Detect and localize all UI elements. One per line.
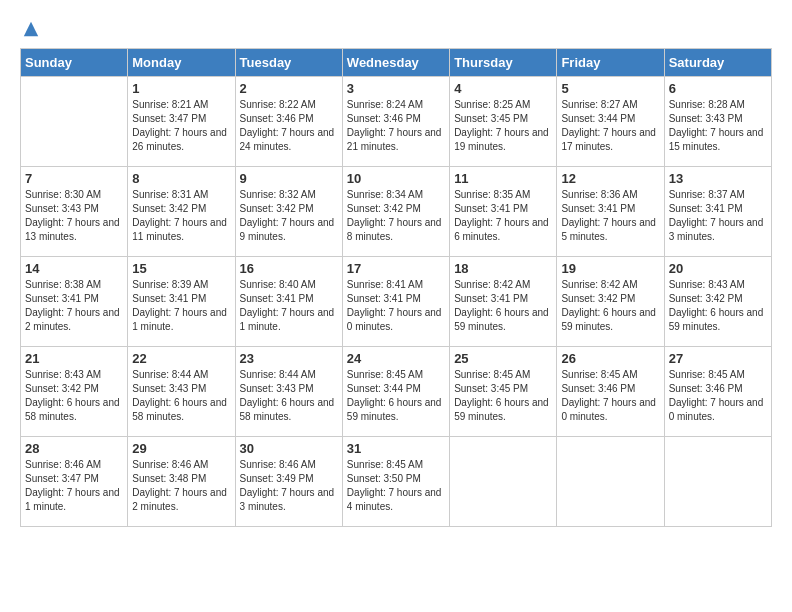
- day-number: 17: [347, 261, 445, 276]
- calendar-cell: 21Sunrise: 8:43 AMSunset: 3:42 PMDayligh…: [21, 347, 128, 437]
- day-info: Sunrise: 8:25 AMSunset: 3:45 PMDaylight:…: [454, 98, 552, 154]
- calendar-week-row: 7Sunrise: 8:30 AMSunset: 3:43 PMDaylight…: [21, 167, 772, 257]
- calendar-cell: 11Sunrise: 8:35 AMSunset: 3:41 PMDayligh…: [450, 167, 557, 257]
- page-header: [20, 20, 772, 38]
- calendar-cell: 24Sunrise: 8:45 AMSunset: 3:44 PMDayligh…: [342, 347, 449, 437]
- day-info: Sunrise: 8:45 AMSunset: 3:45 PMDaylight:…: [454, 368, 552, 424]
- day-number: 9: [240, 171, 338, 186]
- day-info: Sunrise: 8:42 AMSunset: 3:41 PMDaylight:…: [454, 278, 552, 334]
- day-info: Sunrise: 8:27 AMSunset: 3:44 PMDaylight:…: [561, 98, 659, 154]
- day-info: Sunrise: 8:39 AMSunset: 3:41 PMDaylight:…: [132, 278, 230, 334]
- calendar-cell: 25Sunrise: 8:45 AMSunset: 3:45 PMDayligh…: [450, 347, 557, 437]
- calendar-cell: 4Sunrise: 8:25 AMSunset: 3:45 PMDaylight…: [450, 77, 557, 167]
- calendar-header-friday: Friday: [557, 49, 664, 77]
- calendar-week-row: 14Sunrise: 8:38 AMSunset: 3:41 PMDayligh…: [21, 257, 772, 347]
- day-info: Sunrise: 8:35 AMSunset: 3:41 PMDaylight:…: [454, 188, 552, 244]
- day-number: 23: [240, 351, 338, 366]
- day-info: Sunrise: 8:32 AMSunset: 3:42 PMDaylight:…: [240, 188, 338, 244]
- day-number: 29: [132, 441, 230, 456]
- day-number: 11: [454, 171, 552, 186]
- day-info: Sunrise: 8:31 AMSunset: 3:42 PMDaylight:…: [132, 188, 230, 244]
- calendar-cell: 1Sunrise: 8:21 AMSunset: 3:47 PMDaylight…: [128, 77, 235, 167]
- day-info: Sunrise: 8:44 AMSunset: 3:43 PMDaylight:…: [240, 368, 338, 424]
- calendar-header-row: SundayMondayTuesdayWednesdayThursdayFrid…: [21, 49, 772, 77]
- day-info: Sunrise: 8:37 AMSunset: 3:41 PMDaylight:…: [669, 188, 767, 244]
- day-info: Sunrise: 8:46 AMSunset: 3:49 PMDaylight:…: [240, 458, 338, 514]
- calendar-cell: 12Sunrise: 8:36 AMSunset: 3:41 PMDayligh…: [557, 167, 664, 257]
- calendar-header-saturday: Saturday: [664, 49, 771, 77]
- day-info: Sunrise: 8:42 AMSunset: 3:42 PMDaylight:…: [561, 278, 659, 334]
- calendar-cell: 3Sunrise: 8:24 AMSunset: 3:46 PMDaylight…: [342, 77, 449, 167]
- calendar-cell: [21, 77, 128, 167]
- day-number: 19: [561, 261, 659, 276]
- day-info: Sunrise: 8:40 AMSunset: 3:41 PMDaylight:…: [240, 278, 338, 334]
- calendar-week-row: 28Sunrise: 8:46 AMSunset: 3:47 PMDayligh…: [21, 437, 772, 527]
- day-number: 27: [669, 351, 767, 366]
- logo-icon: [22, 20, 40, 38]
- calendar-cell: 15Sunrise: 8:39 AMSunset: 3:41 PMDayligh…: [128, 257, 235, 347]
- calendar-cell: 18Sunrise: 8:42 AMSunset: 3:41 PMDayligh…: [450, 257, 557, 347]
- day-number: 10: [347, 171, 445, 186]
- day-info: Sunrise: 8:24 AMSunset: 3:46 PMDaylight:…: [347, 98, 445, 154]
- day-number: 22: [132, 351, 230, 366]
- logo: [20, 20, 40, 38]
- day-number: 2: [240, 81, 338, 96]
- calendar-header-monday: Monday: [128, 49, 235, 77]
- day-number: 31: [347, 441, 445, 456]
- calendar-cell: 14Sunrise: 8:38 AMSunset: 3:41 PMDayligh…: [21, 257, 128, 347]
- calendar-cell: 31Sunrise: 8:45 AMSunset: 3:50 PMDayligh…: [342, 437, 449, 527]
- calendar-cell: 23Sunrise: 8:44 AMSunset: 3:43 PMDayligh…: [235, 347, 342, 437]
- day-number: 13: [669, 171, 767, 186]
- day-number: 14: [25, 261, 123, 276]
- day-number: 25: [454, 351, 552, 366]
- day-number: 26: [561, 351, 659, 366]
- calendar-week-row: 1Sunrise: 8:21 AMSunset: 3:47 PMDaylight…: [21, 77, 772, 167]
- day-number: 30: [240, 441, 338, 456]
- calendar-week-row: 21Sunrise: 8:43 AMSunset: 3:42 PMDayligh…: [21, 347, 772, 437]
- day-info: Sunrise: 8:22 AMSunset: 3:46 PMDaylight:…: [240, 98, 338, 154]
- day-number: 7: [25, 171, 123, 186]
- calendar-header-thursday: Thursday: [450, 49, 557, 77]
- day-info: Sunrise: 8:43 AMSunset: 3:42 PMDaylight:…: [25, 368, 123, 424]
- day-number: 21: [25, 351, 123, 366]
- day-info: Sunrise: 8:43 AMSunset: 3:42 PMDaylight:…: [669, 278, 767, 334]
- day-info: Sunrise: 8:46 AMSunset: 3:48 PMDaylight:…: [132, 458, 230, 514]
- day-info: Sunrise: 8:45 AMSunset: 3:46 PMDaylight:…: [561, 368, 659, 424]
- calendar-cell: 5Sunrise: 8:27 AMSunset: 3:44 PMDaylight…: [557, 77, 664, 167]
- calendar-cell: 20Sunrise: 8:43 AMSunset: 3:42 PMDayligh…: [664, 257, 771, 347]
- day-number: 15: [132, 261, 230, 276]
- day-number: 16: [240, 261, 338, 276]
- calendar-cell: 17Sunrise: 8:41 AMSunset: 3:41 PMDayligh…: [342, 257, 449, 347]
- day-info: Sunrise: 8:30 AMSunset: 3:43 PMDaylight:…: [25, 188, 123, 244]
- day-number: 20: [669, 261, 767, 276]
- calendar-cell: 27Sunrise: 8:45 AMSunset: 3:46 PMDayligh…: [664, 347, 771, 437]
- calendar-cell: 13Sunrise: 8:37 AMSunset: 3:41 PMDayligh…: [664, 167, 771, 257]
- day-number: 24: [347, 351, 445, 366]
- calendar-cell: 10Sunrise: 8:34 AMSunset: 3:42 PMDayligh…: [342, 167, 449, 257]
- day-info: Sunrise: 8:21 AMSunset: 3:47 PMDaylight:…: [132, 98, 230, 154]
- calendar-cell: 22Sunrise: 8:44 AMSunset: 3:43 PMDayligh…: [128, 347, 235, 437]
- day-info: Sunrise: 8:45 AMSunset: 3:50 PMDaylight:…: [347, 458, 445, 514]
- day-info: Sunrise: 8:45 AMSunset: 3:44 PMDaylight:…: [347, 368, 445, 424]
- day-number: 6: [669, 81, 767, 96]
- calendar-cell: 2Sunrise: 8:22 AMSunset: 3:46 PMDaylight…: [235, 77, 342, 167]
- calendar-header-wednesday: Wednesday: [342, 49, 449, 77]
- calendar-cell: 9Sunrise: 8:32 AMSunset: 3:42 PMDaylight…: [235, 167, 342, 257]
- day-info: Sunrise: 8:34 AMSunset: 3:42 PMDaylight:…: [347, 188, 445, 244]
- calendar-cell: [664, 437, 771, 527]
- day-info: Sunrise: 8:28 AMSunset: 3:43 PMDaylight:…: [669, 98, 767, 154]
- calendar-cell: 8Sunrise: 8:31 AMSunset: 3:42 PMDaylight…: [128, 167, 235, 257]
- day-info: Sunrise: 8:44 AMSunset: 3:43 PMDaylight:…: [132, 368, 230, 424]
- day-info: Sunrise: 8:45 AMSunset: 3:46 PMDaylight:…: [669, 368, 767, 424]
- calendar-table: SundayMondayTuesdayWednesdayThursdayFrid…: [20, 48, 772, 527]
- day-number: 1: [132, 81, 230, 96]
- day-info: Sunrise: 8:38 AMSunset: 3:41 PMDaylight:…: [25, 278, 123, 334]
- svg-marker-0: [24, 22, 38, 36]
- calendar-header-tuesday: Tuesday: [235, 49, 342, 77]
- calendar-cell: [450, 437, 557, 527]
- day-number: 18: [454, 261, 552, 276]
- day-number: 12: [561, 171, 659, 186]
- day-info: Sunrise: 8:36 AMSunset: 3:41 PMDaylight:…: [561, 188, 659, 244]
- day-info: Sunrise: 8:41 AMSunset: 3:41 PMDaylight:…: [347, 278, 445, 334]
- calendar-cell: 16Sunrise: 8:40 AMSunset: 3:41 PMDayligh…: [235, 257, 342, 347]
